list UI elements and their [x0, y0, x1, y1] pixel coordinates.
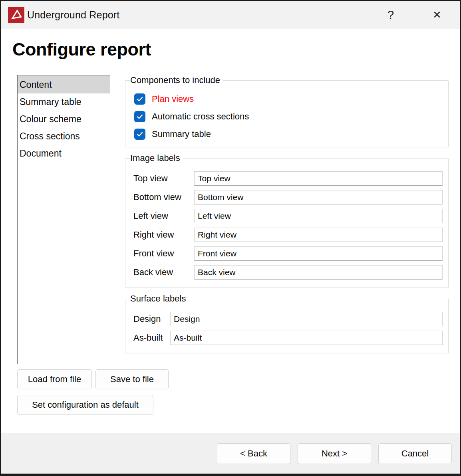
- checkbox-row-automatic-cross-sections: Automatic cross sections: [134, 111, 443, 122]
- checkbox-summary-table[interactable]: [134, 129, 145, 140]
- surface-labels-legend: Surface labels: [130, 294, 189, 304]
- field-row-right-view: Right view: [130, 228, 443, 242]
- field-row-as-built: As-built: [130, 331, 443, 345]
- top-view-label: Top view: [130, 173, 194, 184]
- design-input[interactable]: [170, 312, 443, 326]
- checkbox-row-plan-views: Plan views: [134, 93, 443, 105]
- as-built-input[interactable]: [170, 331, 443, 345]
- checkmark-icon: [136, 113, 143, 120]
- close-icon[interactable]: ✕: [428, 6, 446, 24]
- field-row-bottom-view: Bottom view: [130, 190, 443, 204]
- field-row-top-view: Top view: [130, 171, 443, 186]
- components-groupbox: Components to include Plan views: [125, 75, 449, 147]
- as-built-label: As-built: [130, 333, 170, 343]
- checkbox-row-summary-table: Summary table: [134, 129, 443, 140]
- back-view-label: Back view: [130, 267, 194, 278]
- save-to-file-button[interactable]: Save to file: [95, 369, 169, 389]
- page-title: Configure report: [12, 39, 449, 60]
- field-row-front-view: Front view: [130, 246, 443, 261]
- image-labels-groupbox: Image labels Top view Bottom view Left v…: [125, 153, 449, 288]
- dialog-window: Underground Report ? ✕ Configure report …: [0, 0, 461, 476]
- surface-labels-groupbox: Surface labels Design As-built: [125, 294, 449, 353]
- back-button[interactable]: < Back: [217, 443, 290, 464]
- app-logo-icon: [8, 7, 24, 23]
- checkbox-automatic-cross-sections[interactable]: [134, 111, 145, 122]
- sidebar-item-content[interactable]: Content: [18, 76, 110, 93]
- checkmark-icon: [136, 95, 143, 103]
- right-view-label: Right view: [130, 230, 194, 240]
- sidebar-item-cross-sections[interactable]: Cross sections: [18, 128, 110, 145]
- wizard-footer: < Back Next > Cancel: [1, 433, 460, 474]
- field-row-design: Design: [130, 312, 443, 326]
- sidebar-item-summary-table[interactable]: Summary table: [18, 93, 110, 111]
- right-view-input[interactable]: [194, 228, 443, 242]
- top-view-input[interactable]: [194, 171, 443, 186]
- dialog-content: Configure report Content Summary table C…: [1, 29, 460, 433]
- sidebar-item-colour-scheme[interactable]: Colour scheme: [18, 111, 110, 128]
- checkbox-label-plan-views: Plan views: [152, 94, 194, 104]
- next-button[interactable]: Next >: [298, 443, 371, 464]
- components-legend: Components to include: [130, 75, 223, 85]
- back-view-input[interactable]: [194, 265, 443, 280]
- design-label: Design: [130, 314, 170, 324]
- checkbox-label-summary-table: Summary table: [152, 129, 211, 139]
- field-row-left-view: Left view: [130, 209, 443, 223]
- left-view-label: Left view: [130, 211, 194, 221]
- checkmark-icon: [136, 131, 143, 138]
- front-view-input[interactable]: [194, 246, 443, 261]
- checkbox-plan-views[interactable]: [134, 93, 145, 105]
- front-view-label: Front view: [130, 248, 194, 259]
- field-row-back-view: Back view: [130, 265, 443, 280]
- image-labels-legend: Image labels: [130, 153, 183, 163]
- sidebar-item-document[interactable]: Document: [18, 145, 110, 162]
- title-bar: Underground Report ? ✕: [1, 1, 460, 29]
- bottom-view-input[interactable]: [194, 190, 443, 204]
- checkbox-label-automatic-cross-sections: Automatic cross sections: [152, 111, 249, 122]
- section-listbox: Content Summary table Colour scheme Cros…: [17, 75, 110, 364]
- set-configuration-default-button[interactable]: Set configuration as default: [17, 395, 153, 415]
- left-view-input[interactable]: [194, 209, 443, 223]
- load-from-file-button[interactable]: Load from file: [17, 369, 92, 389]
- bottom-view-label: Bottom view: [130, 192, 194, 202]
- config-buttons-area: Load from file Save to file Set configur…: [12, 369, 449, 415]
- cancel-button[interactable]: Cancel: [378, 443, 452, 464]
- help-icon[interactable]: ?: [382, 6, 400, 24]
- window-title: Underground Report: [27, 9, 120, 21]
